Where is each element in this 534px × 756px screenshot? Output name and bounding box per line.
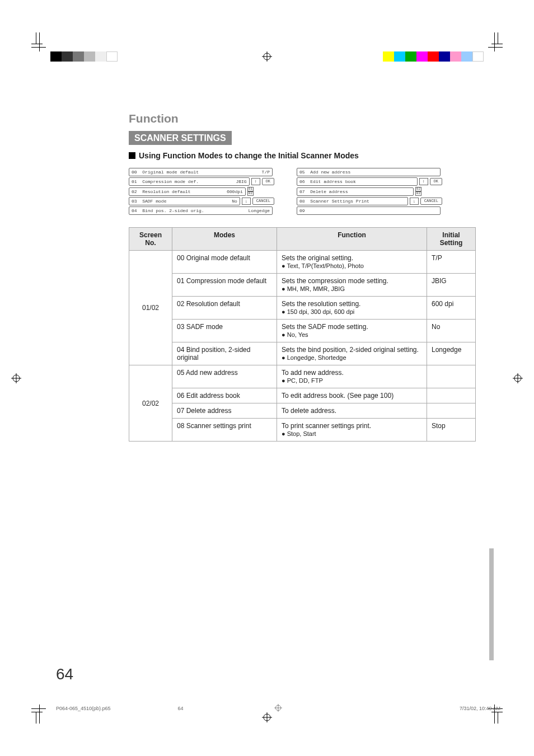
mode-cell: 02 Resolution default [172, 297, 277, 320]
function-cell: Sets the bind position, 2-sided original… [277, 342, 427, 365]
lcd-screen-1: 00 Original mode defaultT/P 01 Compressi… [129, 168, 274, 216]
up-arrow-button[interactable]: ↑ [419, 178, 428, 185]
cancel-button[interactable]: CANCEL [420, 198, 442, 205]
lcd-row[interactable]: 06 Edit address book [297, 177, 418, 186]
down-arrow-button[interactable]: ↓ [410, 198, 419, 205]
initial-cell [427, 388, 476, 403]
mode-cell: 01 Compression mode default [172, 274, 277, 297]
registration-mark-right [513, 373, 523, 383]
mode-cell: 00 Original mode default [172, 251, 277, 274]
table-row: 04 Bind position, 2-sided originalSets t… [129, 342, 476, 365]
section-heading: Function [129, 112, 476, 125]
ok-button[interactable]: OK [262, 178, 274, 185]
function-cell: Sets the original setting.● Text, T/P(Te… [277, 251, 427, 274]
mode-cell: 07 Delete address [172, 403, 277, 419]
screen-no-cell: 02/02 [129, 365, 172, 442]
ok-button[interactable]: OK [430, 178, 442, 185]
color-bar-right [383, 51, 484, 62]
th-screen-no: Screen No. [129, 228, 172, 251]
lcd-row[interactable]: 03 SADF modeNo [129, 197, 240, 205]
table-row: 01/0200 Original mode defaultSets the or… [129, 251, 476, 274]
lcd-screen-2: 05 Add new address 06 Edit address book … [297, 168, 442, 216]
footer-file: P064-065_4510(pb).p65 [56, 706, 111, 711]
table-row: 02 Resolution defaultSets the resolution… [129, 297, 476, 320]
function-cell: To add new address.● PC, DD, FTP [277, 365, 427, 388]
crop-mark-bl [22, 706, 45, 728]
mode-cell: 06 Edit address book [172, 388, 277, 403]
function-cell: To edit address book. (See page 100) [277, 388, 427, 403]
page-content: Function SCANNER SETTINGS Using Function… [129, 112, 476, 442]
table-row: 01 Compression mode defaultSets the comp… [129, 274, 476, 297]
lcd-row[interactable]: 09 [297, 206, 441, 215]
lcd-row[interactable]: 05 Add new address [297, 168, 441, 176]
pager-indicator: 02 [247, 191, 254, 196]
down-arrow-button[interactable]: ↓ [242, 198, 251, 205]
crop-mark-tl [22, 28, 45, 50]
function-cell: To delete address. [277, 403, 427, 419]
side-stripe [489, 548, 494, 660]
initial-cell [427, 403, 476, 419]
lcd-row[interactable]: 00 Original mode defaultT/P [129, 168, 273, 176]
footer-regmark [274, 704, 282, 713]
function-cell: Sets the compression mode setting.● MH, … [277, 274, 427, 297]
initial-cell: Stop [427, 419, 476, 442]
initial-cell: 600 dpi [427, 297, 476, 320]
th-initial: Initial Setting [427, 228, 476, 251]
footer-page: 64 [178, 706, 184, 711]
pager-indicator: 01 [247, 187, 254, 191]
function-cell: Sets the SADF mode setting.● No, Yes [277, 320, 427, 342]
cancel-button[interactable]: CANCEL [252, 198, 274, 205]
page-number: 64 [56, 665, 73, 683]
footer: P064-065_4510(pb).p65 64 7/31/02, 10:49 … [56, 706, 500, 711]
pager-indicator: 02 [415, 187, 421, 191]
function-cell: To print scanner settings print.● Stop, … [277, 419, 427, 442]
function-cell: Sets the resolution setting.● 150 dpi, 3… [277, 297, 427, 320]
table-row: 08 Scanner settings printTo print scanne… [129, 419, 476, 442]
lcd-row[interactable]: 04 Bind pos. 2-sided orig.Longedge [129, 206, 273, 215]
registration-mark-left [11, 373, 21, 383]
pager-indicator: 02 [415, 191, 421, 196]
screen-no-cell: 01/02 [129, 251, 172, 365]
up-arrow-button[interactable]: ↑ [251, 178, 260, 185]
initial-cell: No [427, 320, 476, 342]
color-bar-left [50, 51, 118, 62]
table-row: 07 Delete addressTo delete address. [129, 403, 476, 419]
lcd-row[interactable]: 07 Delete address [297, 187, 414, 196]
mode-cell: 04 Bind position, 2-sided original [172, 342, 277, 365]
settings-table: Screen No. Modes Function Initial Settin… [129, 227, 476, 442]
title-bar: SCANNER SETTINGS [129, 131, 232, 145]
initial-cell: Longedge [427, 342, 476, 365]
mode-cell: 05 Add new address [172, 365, 277, 388]
table-row: 06 Edit address bookTo edit address book… [129, 388, 476, 403]
crop-mark-tr [489, 28, 512, 50]
subtitle: Using Function Modes to change the Initi… [129, 151, 476, 160]
lcd-row[interactable]: 01 Compression mode def.JBIG [129, 177, 250, 186]
table-row: 03 SADF modeSets the SADF mode setting.●… [129, 320, 476, 342]
mode-cell: 03 SADF mode [172, 320, 277, 342]
footer-date: 7/31/02, 10:49 AM [460, 706, 500, 711]
registration-mark-bottom [262, 712, 272, 722]
th-function: Function [277, 228, 427, 251]
initial-cell: T/P [427, 251, 476, 274]
mode-cell: 08 Scanner settings print [172, 419, 277, 442]
initial-cell: JBIG [427, 274, 476, 297]
registration-mark-top [262, 51, 272, 62]
lcd-row[interactable]: 08 Scanner Settings Print [297, 197, 408, 205]
bullet-square-icon [129, 152, 135, 159]
initial-cell [427, 365, 476, 388]
lcd-row[interactable]: 02 Resolution default600dpi [129, 187, 246, 196]
table-row: 02/0205 Add new addressTo add new addres… [129, 365, 476, 388]
th-modes: Modes [172, 228, 277, 251]
